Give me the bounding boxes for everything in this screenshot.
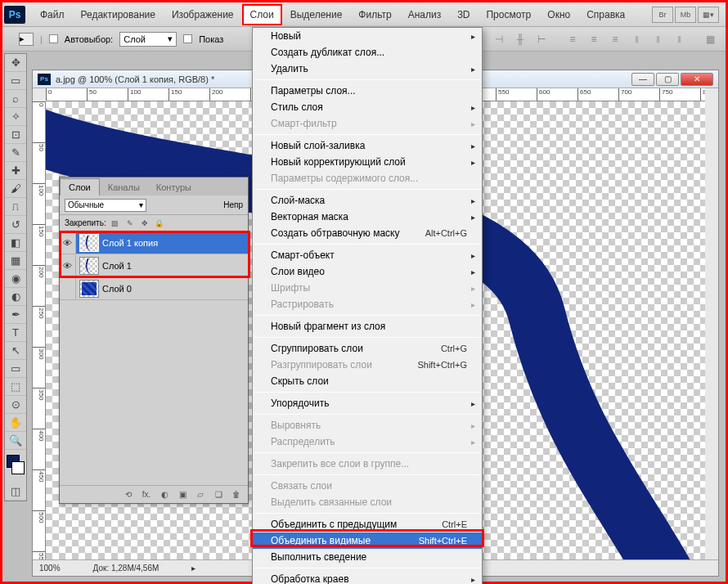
lock-paint-icon[interactable]: ✎ (124, 218, 136, 229)
menu-фильтр[interactable]: Фильтр (350, 4, 399, 25)
blur-tool[interactable]: ◉ (5, 270, 26, 288)
lasso-tool[interactable]: ⌕ (5, 90, 26, 108)
panel-footer-icon-6[interactable]: 🗑 (230, 489, 243, 501)
quickmask-tool[interactable]: ◫ (5, 483, 26, 501)
menu-item[interactable]: Обработка краев (253, 571, 482, 584)
bridge-button[interactable]: Br (652, 7, 673, 23)
blend-mode-select[interactable]: Обычные▾ (65, 199, 146, 212)
lock-position-icon[interactable]: ✥ (139, 218, 151, 229)
menu-3d[interactable]: 3D (449, 4, 478, 25)
menu-item[interactable]: Скрыть слои (253, 373, 482, 389)
path-tool[interactable]: ↖ (5, 342, 26, 360)
menu-item[interactable]: Новый фрагмент из слоя (253, 318, 482, 335)
menu-item[interactable]: Удалить (253, 61, 482, 77)
menu-слои[interactable]: Слои (242, 4, 282, 25)
history-brush-tool[interactable]: ↺ (5, 216, 26, 234)
layer-thumbnail[interactable] (79, 257, 99, 275)
distribute-right-icon[interactable]: ⦀ (670, 31, 688, 47)
marquee-tool[interactable]: ▭ (5, 72, 26, 90)
menu-выделение[interactable]: Выделение (282, 4, 351, 25)
menu-item[interactable]: Создать дубликат слоя... (253, 44, 482, 61)
panel-footer-icon-4[interactable]: ▱ (194, 489, 207, 501)
menu-справка[interactable]: Справка (578, 4, 633, 25)
distribute-vcenter-icon[interactable]: ≡ (585, 31, 603, 47)
menu-item[interactable]: Объединить видимыеShift+Ctrl+E (253, 532, 482, 549)
distribute-top-icon[interactable]: ≡ (564, 31, 582, 47)
menu-item[interactable]: Новый (253, 28, 482, 44)
panel-footer-icon-0[interactable]: ⟲ (122, 489, 135, 501)
auto-align-icon[interactable]: ▦ (701, 31, 719, 47)
maximize-button[interactable]: ▢ (656, 73, 679, 86)
eraser-tool[interactable]: ◧ (5, 234, 26, 252)
layer-row[interactable]: 👁Слой 1 копия (60, 231, 248, 254)
gradient-tool[interactable]: ▦ (5, 252, 26, 270)
menu-item[interactable]: Слои видео (253, 263, 482, 280)
show-checkbox[interactable] (183, 34, 192, 43)
panel-tab-0[interactable]: Слои (60, 178, 100, 195)
menu-item[interactable]: Сгруппировать слоиCtrl+G (253, 340, 482, 357)
panel-tab-1[interactable]: Каналы (100, 179, 148, 195)
layer-row[interactable]: Слой 0 (60, 277, 248, 300)
panel-footer-icon-3[interactable]: ▣ (176, 489, 189, 501)
menu-item[interactable]: Объединить с предыдущимCtrl+E (253, 516, 482, 532)
color-swatches[interactable] (5, 453, 26, 483)
lock-transparency-icon[interactable]: ▨ (110, 218, 121, 229)
doc-size[interactable]: Док: 1,28M/4,56M (93, 564, 160, 573)
heal-tool[interactable]: ✚ (5, 162, 26, 180)
3d-tool[interactable]: ⬚ (5, 378, 26, 396)
eyedropper-tool[interactable]: ✎ (5, 144, 26, 162)
move-tool[interactable]: ✥ (5, 54, 26, 72)
menu-окно[interactable]: Окно (539, 4, 578, 25)
panel-footer-icon-5[interactable]: ❏ (212, 489, 225, 501)
autoselect-checkbox[interactable] (49, 34, 58, 43)
visibility-toggle[interactable] (60, 278, 76, 299)
distribute-bottom-icon[interactable]: ≡ (606, 31, 624, 47)
menu-item[interactable]: Выполнить сведение (253, 549, 482, 565)
menu-редактирование[interactable]: Редактирование (73, 4, 164, 25)
layer-thumbnail[interactable] (79, 234, 99, 252)
menu-анализ[interactable]: Анализ (400, 4, 450, 25)
menu-item[interactable]: Слой-маска (253, 192, 482, 209)
stamp-tool[interactable]: ⎍ (5, 198, 26, 216)
wand-tool[interactable]: ✧ (5, 108, 26, 126)
menu-просмотр[interactable]: Просмотр (478, 4, 539, 25)
move-tool-icon[interactable]: ▸ (19, 33, 34, 46)
menu-файл[interactable]: Файл (32, 4, 73, 25)
distribute-hcenter-icon[interactable]: ⦀ (649, 31, 667, 47)
align-hcenter-icon[interactable]: ╫ (511, 31, 529, 47)
align-right-icon[interactable]: ⊢ (533, 31, 550, 47)
zoom-tool[interactable]: 🔍 (5, 432, 26, 450)
3d-cam-tool[interactable]: ⊙ (5, 396, 26, 414)
brush-tool[interactable]: 🖌 (5, 180, 26, 198)
crop-tool[interactable]: ⊡ (5, 126, 26, 144)
menu-изображение[interactable]: Изображение (164, 4, 242, 25)
pen-tool[interactable]: ✒ (5, 306, 26, 324)
panel-tab-2[interactable]: Контуры (148, 179, 200, 195)
panel-footer-icon-1[interactable]: fx. (140, 489, 153, 501)
menu-item[interactable]: Стиль слоя (253, 99, 482, 115)
minimize-button[interactable]: — (631, 73, 654, 86)
visibility-toggle[interactable]: 👁 (60, 232, 76, 254)
autoselect-type-select[interactable]: Слой▾ (119, 32, 177, 47)
menu-item[interactable]: Параметры слоя... (253, 83, 482, 99)
layer-row[interactable]: 👁Слой 1 (60, 254, 248, 277)
dodge-tool[interactable]: ◐ (5, 288, 26, 306)
workspace-button[interactable]: ▦▾ (698, 7, 719, 23)
distribute-left-icon[interactable]: ⦀ (627, 31, 645, 47)
menu-item[interactable]: Смарт-объект (253, 247, 482, 263)
lock-all-icon[interactable]: 🔒 (154, 218, 165, 229)
menu-item[interactable]: Новый корректирующий слой (253, 154, 482, 170)
zoom-level[interactable]: 100% (39, 564, 61, 573)
visibility-toggle[interactable]: 👁 (60, 255, 76, 276)
menu-item[interactable]: Новый слой-заливка (253, 137, 482, 154)
background-color[interactable] (11, 461, 25, 474)
layer-thumbnail[interactable] (79, 280, 99, 298)
type-tool[interactable]: T (5, 324, 26, 342)
menu-item[interactable]: Упорядочить (253, 395, 482, 411)
mb-button[interactable]: Mb (675, 7, 696, 23)
menu-item[interactable]: Создать обтравочную маскуAlt+Ctrl+G (253, 225, 482, 241)
align-left-icon[interactable]: ⊣ (490, 31, 508, 47)
close-button[interactable]: ✕ (681, 73, 713, 86)
hand-tool[interactable]: ✋ (5, 414, 26, 432)
menu-item[interactable]: Векторная маска (253, 209, 482, 225)
